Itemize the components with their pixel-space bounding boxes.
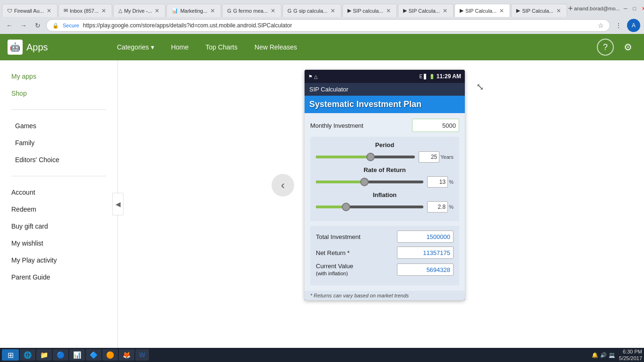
period-unit: Years xyxy=(440,154,454,160)
tab-close-1[interactable]: ✕ xyxy=(46,8,52,14)
inflation-slider-track[interactable] xyxy=(316,206,423,208)
period-value-input[interactable] xyxy=(419,151,439,163)
browser-tab-1[interactable]: 🛡Firewall Au...✕ xyxy=(2,4,58,17)
tab-close-4[interactable]: ✕ xyxy=(209,8,216,14)
sidebar-item-my-apps[interactable]: My apps xyxy=(0,68,117,85)
taskbar-item-firefox[interactable]: 🦊 xyxy=(119,349,134,361)
taskbar-volume-icon[interactable]: 🔊 xyxy=(600,352,607,358)
inflation-value-input[interactable] xyxy=(427,201,448,213)
taskbar-item-ppt[interactable]: 📊 xyxy=(69,349,85,361)
categories-button[interactable]: Categories ▾ xyxy=(109,40,162,55)
sip-app: SIP Calculator Systematic Investment Pla… xyxy=(305,83,465,300)
tab-close-6[interactable]: ✕ xyxy=(330,8,336,14)
redeem-label: Redeem xyxy=(11,206,36,213)
content-area: ‹ ⚑ △ E ▋ 🔋 11:29 AM xyxy=(118,60,644,348)
sidebar-item-family[interactable]: Family xyxy=(0,134,117,151)
taskbar-clock[interactable]: 6:30 PM 5/25/2017 xyxy=(619,348,642,362)
browser-tab-9[interactable]: ▶SIP Calcula...✕ xyxy=(454,4,510,17)
close-button[interactable]: ✕ xyxy=(640,6,644,12)
period-slider-fill xyxy=(316,156,371,158)
taskbar-explorer-icon: 📁 xyxy=(40,351,48,359)
home-nav-item[interactable]: Home xyxy=(164,40,196,55)
header-nav: Categories ▾ Home Top Charts New Release… xyxy=(109,40,589,55)
sidebar-item-my-wishlist[interactable]: My wishlist xyxy=(0,235,117,252)
new-tab-button[interactable]: + xyxy=(568,2,573,15)
browser-tab-4[interactable]: 📊Marketing...✕ xyxy=(166,4,221,17)
rate-slider-track[interactable] xyxy=(316,181,423,183)
sidebar-item-shop[interactable]: Shop xyxy=(0,85,117,102)
prev-screenshot-button[interactable]: ‹ xyxy=(272,174,294,197)
address-bar[interactable]: 🔒 Secure https://play.google.com/store/a… xyxy=(46,19,610,32)
browser-tab-10[interactable]: ▶SIP Calcula...✕ xyxy=(511,4,567,17)
taskbar-item-browser[interactable]: 🌐 xyxy=(20,349,35,361)
net-return-row: Net Return * xyxy=(316,247,454,259)
app-screenshot: ⚑ △ E ▋ 🔋 11:29 AM SIP Calculator System… xyxy=(305,70,465,300)
inflation-slider-thumb[interactable] xyxy=(342,203,350,211)
sidebar-item-my-play-activity[interactable]: My Play activity xyxy=(0,252,117,269)
taskbar-chrome-icon: 🔵 xyxy=(57,351,65,359)
rate-slider-thumb[interactable] xyxy=(360,178,369,186)
status-right-icons: E ▋ 🔋 11:29 AM xyxy=(420,73,461,80)
forward-button[interactable]: → xyxy=(18,20,29,31)
period-slider-track[interactable] xyxy=(316,156,415,158)
sidebar-item-games[interactable]: Games xyxy=(0,117,117,134)
taskbar-item-app1[interactable]: 🟠 xyxy=(102,349,118,361)
tab-close-8[interactable]: ✕ xyxy=(442,8,448,14)
tab-close-3[interactable]: ✕ xyxy=(154,8,160,14)
minimize-button[interactable]: ─ xyxy=(622,6,629,11)
monthly-investment-input[interactable] xyxy=(412,119,459,132)
app-logo-icon: 🤖 xyxy=(8,40,23,55)
account-label: Account xyxy=(11,189,35,196)
expand-button[interactable]: ⤡ xyxy=(471,78,488,95)
browser-tab-3[interactable]: △My Drive -...✕ xyxy=(113,4,165,17)
tab-close-7[interactable]: ✕ xyxy=(385,8,392,14)
browser-tab-7[interactable]: ▶SIP calcula...✕ xyxy=(342,4,397,17)
taskbar-item-explorer[interactable]: 📁 xyxy=(36,349,52,361)
start-button[interactable]: ⊞ xyxy=(2,349,19,361)
sidebar-item-parent-guide[interactable]: Parent Guide xyxy=(0,269,117,286)
taskbar-time-display: 6:30 PM xyxy=(619,348,642,355)
taskbar-item-chrome[interactable]: 🔵 xyxy=(53,349,68,361)
browser-tab-6[interactable]: GG sip calcula...✕ xyxy=(282,4,341,17)
taskbar-item-sharepoint[interactable]: 🔷 xyxy=(86,349,101,361)
browser-tab-5[interactable]: GG fermo mea...✕ xyxy=(222,4,281,17)
sidebar-item-account[interactable]: Account xyxy=(0,184,117,201)
tab-close-2[interactable]: ✕ xyxy=(100,8,107,14)
maximize-button[interactable]: □ xyxy=(631,6,638,11)
tab-close-9[interactable]: ✕ xyxy=(498,8,505,14)
extensions-icon[interactable]: ⋮ xyxy=(613,20,624,31)
rate-value-input[interactable] xyxy=(427,176,448,188)
browser-tab-8[interactable]: ▶SIP Calcula...✕ xyxy=(398,4,454,17)
browser-tab-2[interactable]: ✉Inbox (857...✕ xyxy=(58,4,112,17)
tab-close-10[interactable]: ✕ xyxy=(555,8,562,14)
taskbar-item-word[interactable]: W xyxy=(135,349,149,361)
status-left-icons: ⚑ △ xyxy=(308,74,318,79)
sip-app-title: SIP Calculator xyxy=(309,86,348,93)
sidebar-item-buy-gift-card[interactable]: Buy gift card xyxy=(0,218,117,235)
sidebar-item-editors-choice[interactable]: Editors' Choice xyxy=(0,151,117,168)
settings-button[interactable]: ⚙ xyxy=(619,39,636,56)
taskbar-network-icon[interactable]: 💻 xyxy=(609,352,615,358)
sidebar-collapse-button[interactable]: ◀ xyxy=(112,193,124,215)
sidebar-section-categories: Games Family Editors' Choice xyxy=(0,114,117,172)
reload-button[interactable]: ↻ xyxy=(32,20,43,31)
sidebar: My apps Shop Games Family Editors' Choic… xyxy=(0,60,118,348)
top-charts-nav-item[interactable]: Top Charts xyxy=(198,40,245,55)
period-slider-thumb[interactable] xyxy=(366,153,375,161)
help-button[interactable]: ? xyxy=(597,39,614,56)
tab-close-5[interactable]: ✕ xyxy=(270,8,276,14)
chevron-down-icon: ▾ xyxy=(151,43,154,51)
sip-content: Monthly Investment Period xyxy=(305,113,465,291)
net-return-label: Net Return * xyxy=(316,249,350,256)
secure-icon: 🔒 xyxy=(52,23,59,29)
rate-slider-row: % xyxy=(316,176,454,188)
my-wishlist-label: My wishlist xyxy=(11,239,43,247)
sidebar-item-redeem[interactable]: Redeem xyxy=(0,201,117,218)
back-button[interactable]: ← xyxy=(4,20,15,31)
my-play-activity-label: My Play activity xyxy=(11,256,57,264)
new-releases-nav-item[interactable]: New Releases xyxy=(247,40,305,55)
play-body: My apps Shop Games Family Editors' Choic… xyxy=(0,60,644,348)
profile-icon[interactable]: A xyxy=(627,19,640,32)
taskbar-notifications-icon[interactable]: 🔔 xyxy=(592,352,598,358)
bookmark-icon[interactable]: ☆ xyxy=(598,22,604,29)
